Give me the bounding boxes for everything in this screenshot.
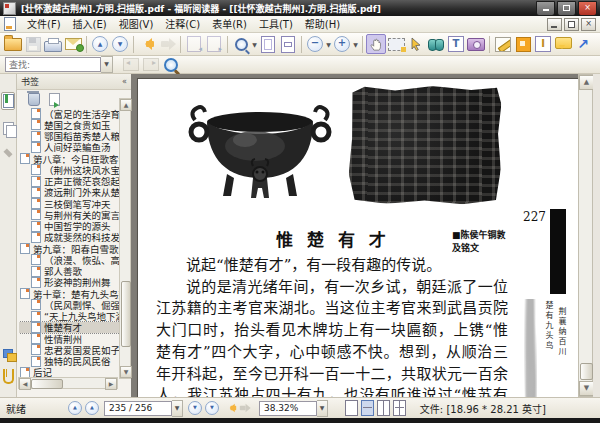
scroll-down-button[interactable]: ▼ bbox=[120, 366, 132, 378]
fit-page-button[interactable] bbox=[258, 34, 278, 54]
reverse-page-view-button[interactable] bbox=[184, 34, 204, 54]
scroll-down-button[interactable]: ▼ bbox=[579, 381, 594, 396]
continuous-layout-button[interactable] bbox=[361, 400, 374, 416]
previous-page-button[interactable]: ▲ bbox=[90, 34, 110, 54]
delete-bookmark-button[interactable] bbox=[28, 93, 40, 106]
bookmark-item[interactable]: “天上九头鸟地下湖 bbox=[19, 311, 120, 322]
bookmark-item[interactable]: 第九章：阳春白雪歌春 bbox=[19, 243, 120, 254]
bookmarks-horizontal-scrollbar[interactable]: ◀ ▶ bbox=[18, 377, 118, 389]
attachments-tab[interactable] bbox=[1, 367, 15, 385]
bookmark-item[interactable]: 鄂国稻苗秀楚人粮 bbox=[19, 131, 120, 142]
camera-button[interactable] bbox=[466, 34, 486, 54]
bookmark-item[interactable]: 第十章：楚有九头鸟荆 bbox=[19, 288, 120, 299]
page-number-dropdown[interactable]: ▼ bbox=[172, 400, 183, 417]
bookmark-item[interactable]: 正声正微茫哀怨起骚 bbox=[19, 176, 120, 187]
open-button[interactable] bbox=[3, 34, 23, 54]
zoom-level-field[interactable]: 38.32% bbox=[259, 401, 317, 416]
zoom-level-dropdown[interactable]: ▼ bbox=[317, 400, 328, 417]
next-page-button[interactable]: ▼ bbox=[188, 401, 202, 415]
bookmark-item[interactable]: 忠君爱国爱民如子 bbox=[19, 344, 120, 355]
doc-close-button[interactable]: × bbox=[581, 18, 596, 31]
doc-restore-button[interactable] bbox=[564, 18, 579, 31]
continuous-facing-layout-button[interactable] bbox=[393, 400, 406, 416]
bookmark-item[interactable]: 成就斐然的科技发明 bbox=[19, 232, 120, 243]
bookmarks-tab[interactable] bbox=[1, 92, 15, 110]
bookmark-item[interactable]: （富足的生活孕育了 bbox=[19, 108, 120, 119]
highlight-button[interactable] bbox=[513, 34, 533, 54]
previous-view-button[interactable] bbox=[137, 34, 157, 54]
menu-item[interactable]: 帮助(H) bbox=[299, 17, 346, 32]
page-number-field[interactable]: 235 / 256 bbox=[104, 401, 172, 416]
document-canvas[interactable]: 227 惟 楚 有 才 ■陈侯午铜敦 及铭文 说起“惟楚有才”，有一段有趣的传说… bbox=[132, 74, 578, 397]
bookmark-item[interactable]: 性情荆州 bbox=[19, 333, 120, 344]
save-button[interactable] bbox=[23, 34, 43, 54]
bookmark-item[interactable]: 人间好菜鳊鱼汤 bbox=[19, 142, 120, 153]
single-page-layout-button[interactable] bbox=[345, 400, 358, 416]
hand-tool-button[interactable] bbox=[366, 34, 386, 54]
zoom-out-button[interactable]: − bbox=[305, 34, 325, 54]
bookmark-item[interactable]: 楚国之食贵如玉 bbox=[19, 119, 120, 130]
arrow-drawing-button[interactable]: ↗ bbox=[573, 34, 593, 54]
bookmark-item[interactable]: 惟楚有才 bbox=[19, 322, 120, 333]
select-annotation-button[interactable] bbox=[406, 34, 426, 54]
scroll-up-button[interactable]: ▲ bbox=[120, 99, 132, 111]
scroll-thumb[interactable] bbox=[580, 363, 593, 380]
bookmark-item[interactable]: （荆州这块风水宝地 bbox=[19, 164, 120, 175]
zoom-in-button[interactable]: + bbox=[332, 34, 352, 54]
next-view-button[interactable] bbox=[157, 34, 177, 54]
menu-item[interactable]: 表单(R) bbox=[206, 17, 253, 32]
email-button[interactable] bbox=[63, 34, 83, 54]
document-vertical-scrollbar[interactable]: ▲ ▼ bbox=[578, 74, 593, 397]
zoom-tool-dropdown[interactable]: ▼ bbox=[251, 34, 258, 54]
find-dropdown[interactable]: ▼ bbox=[101, 56, 113, 73]
zoom-out-dropdown[interactable]: ▼ bbox=[325, 34, 332, 54]
layers-tab[interactable] bbox=[1, 144, 15, 162]
scroll-thumb[interactable] bbox=[31, 379, 63, 389]
bookmark-item[interactable]: 形姿神韵荆州舞 bbox=[19, 277, 120, 288]
print-button[interactable] bbox=[43, 34, 63, 54]
menu-item[interactable]: 视图(V) bbox=[113, 17, 160, 32]
pencil-annotation-button[interactable] bbox=[493, 34, 513, 54]
menu-item[interactable]: 插入(E) bbox=[67, 17, 113, 32]
close-button[interactable]: × bbox=[578, 1, 597, 16]
bookmark-item[interactable]: 三枝倒笔写冲天 bbox=[19, 198, 120, 209]
next-page-button[interactable]: ▼ bbox=[110, 34, 130, 54]
typewriter-button[interactable]: I bbox=[533, 34, 553, 54]
scroll-thumb[interactable] bbox=[121, 281, 131, 347]
snapshot-button[interactable] bbox=[386, 34, 406, 54]
bookmark-item[interactable]: 第八章：今日狂歌客谁 bbox=[19, 153, 120, 164]
bookmark-item[interactable]: 渡远荆门外来从楚国 bbox=[19, 187, 120, 198]
find-next-button[interactable] bbox=[141, 55, 161, 75]
minimize-button[interactable] bbox=[536, 1, 555, 16]
facing-layout-button[interactable] bbox=[377, 400, 390, 416]
forward-page-view-button[interactable] bbox=[204, 34, 224, 54]
first-page-button[interactable]: ▲ bbox=[68, 401, 82, 415]
search-tool-button[interactable] bbox=[426, 34, 446, 54]
collapse-panel-button[interactable]: « bbox=[122, 77, 127, 86]
bookmark-item[interactable]: （民风剽悍、倔强、 bbox=[19, 299, 120, 310]
restore-button[interactable] bbox=[557, 1, 576, 16]
select-text-button[interactable]: T bbox=[446, 34, 466, 54]
bookmark-item[interactable]: 郢人善歌 bbox=[19, 266, 120, 277]
fit-width-button[interactable] bbox=[278, 34, 298, 54]
find-input[interactable] bbox=[5, 57, 101, 72]
note-button[interactable] bbox=[553, 34, 573, 54]
menu-item[interactable]: 工具(T) bbox=[253, 17, 299, 32]
bookmark-item[interactable]: （浪漫、恢弘、高亢 bbox=[19, 254, 120, 265]
zoom-in-dropdown[interactable]: ▼ bbox=[352, 34, 359, 54]
next-view-icon[interactable] bbox=[238, 404, 250, 413]
bookmark-item[interactable]: 中国哲学的源头 bbox=[19, 221, 120, 232]
expand-bookmark-button[interactable] bbox=[49, 93, 60, 106]
find-previous-button[interactable] bbox=[121, 55, 141, 75]
bookmark-item[interactable]: 与荆州有关的寓言故 bbox=[19, 209, 120, 220]
zoom-tool-button[interactable] bbox=[231, 34, 251, 54]
search-button[interactable] bbox=[161, 55, 181, 75]
menu-item[interactable]: 注释(C) bbox=[159, 17, 206, 32]
doc-minimize-button[interactable] bbox=[547, 18, 562, 31]
bookmark-item[interactable]: 独特的民风民俗 bbox=[19, 356, 120, 367]
comments-tab[interactable] bbox=[1, 344, 15, 362]
previous-view-icon[interactable] bbox=[225, 404, 237, 413]
pages-tab[interactable] bbox=[1, 119, 15, 137]
scroll-up-button[interactable]: ▲ bbox=[579, 75, 594, 90]
bookmarks-vertical-scrollbar[interactable]: ▲ ▼ bbox=[119, 98, 131, 379]
